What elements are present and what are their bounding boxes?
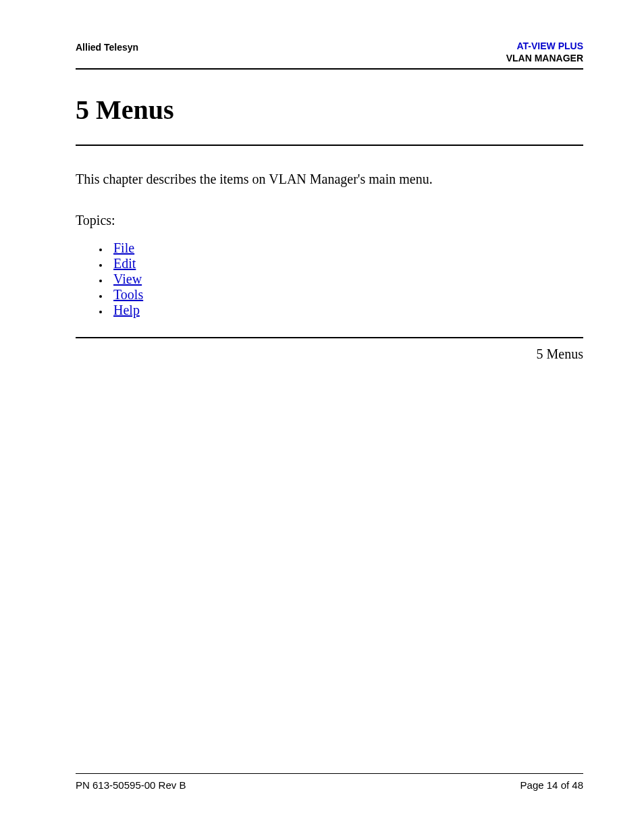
document-page: Allied Telesyn AT-VIEW PLUS VLAN MANAGER… [0,0,644,834]
list-item: File [109,240,583,256]
page-header: Allied Telesyn AT-VIEW PLUS VLAN MANAGER [76,41,583,70]
topic-link-view[interactable]: View [113,271,142,286]
topic-link-file[interactable]: File [113,240,134,255]
footer-page-number: Page 14 of 48 [520,779,583,791]
topics-label: Topics: [76,213,583,228]
list-item: Help [109,303,583,318]
list-item: View [109,271,583,287]
header-product: AT-VIEW PLUS VLAN MANAGER [506,41,583,64]
horizontal-rule-top [76,145,583,146]
chapter-title: 5 Menus [76,94,583,126]
header-product-line1: AT-VIEW PLUS [506,41,583,53]
list-item: Edit [109,256,583,271]
topic-link-help[interactable]: Help [113,303,140,317]
topic-link-edit[interactable]: Edit [113,256,136,271]
topic-link-tools[interactable]: Tools [113,287,143,302]
page-footer: PN 613-50595-00 Rev B Page 14 of 48 [76,773,583,791]
header-company: Allied Telesyn [76,41,138,53]
header-product-line2: VLAN MANAGER [506,53,583,65]
list-item: Tools [109,287,583,303]
topics-list: File Edit View Tools Help [76,240,583,318]
footer-part-number: PN 613-50595-00 Rev B [76,779,186,791]
section-footer-label: 5 Menus [76,346,583,362]
horizontal-rule-bottom [76,337,583,338]
intro-paragraph: This chapter describes the items on VLAN… [76,170,583,188]
